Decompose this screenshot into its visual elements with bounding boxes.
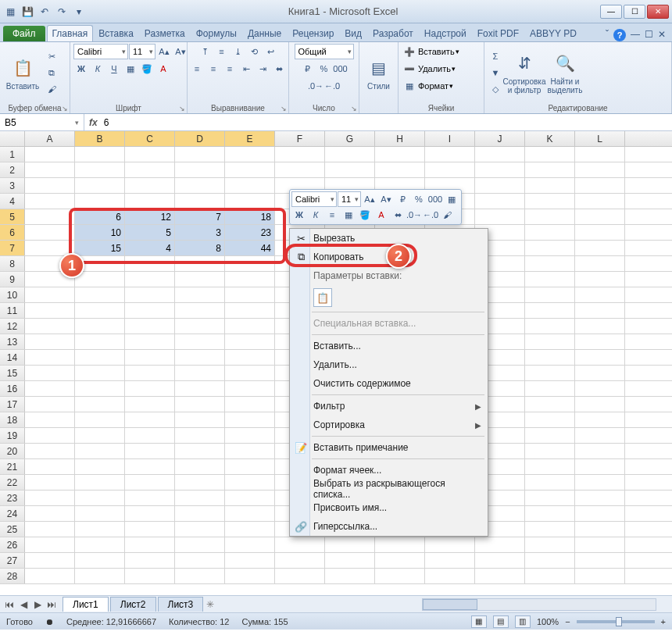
row-header[interactable]: 15 bbox=[0, 366, 25, 380]
row-header[interactable]: 14 bbox=[0, 350, 25, 365]
cell[interactable] bbox=[225, 491, 275, 505]
cell[interactable] bbox=[175, 147, 225, 162]
column-header[interactable]: A bbox=[25, 131, 75, 146]
fill-color-icon[interactable]: 🪣 bbox=[139, 61, 155, 77]
row-header[interactable]: 22 bbox=[0, 475, 25, 490]
view-layout-icon[interactable]: ▤ bbox=[493, 615, 509, 628]
cell[interactable] bbox=[125, 350, 175, 365]
cell[interactable] bbox=[25, 334, 75, 349]
row-header[interactable]: 2 bbox=[0, 162, 25, 177]
align-top-icon[interactable]: ⤒ bbox=[198, 44, 213, 59]
cell[interactable] bbox=[175, 381, 225, 396]
mini-align-icon[interactable]: ≡ bbox=[324, 207, 340, 223]
view-pagebreak-icon[interactable]: ▥ bbox=[515, 615, 531, 628]
cell[interactable] bbox=[525, 319, 575, 334]
column-header[interactable]: D bbox=[175, 131, 225, 146]
cell[interactable] bbox=[575, 178, 625, 193]
sheet-tab[interactable]: Лист2 bbox=[110, 597, 156, 612]
cell[interactable] bbox=[25, 350, 75, 365]
name-box[interactable]: B5▾ bbox=[0, 114, 84, 130]
cell[interactable] bbox=[575, 287, 625, 302]
mini-painter-icon[interactable]: 🖌 bbox=[439, 207, 455, 223]
row-header[interactable]: 17 bbox=[0, 397, 25, 412]
ribbon-tab[interactable]: Foxit PDF bbox=[472, 25, 524, 41]
cell[interactable] bbox=[225, 412, 275, 427]
cell[interactable] bbox=[175, 178, 225, 193]
find-select-button[interactable]: 🔍 Найти и выделить bbox=[545, 47, 584, 98]
cell[interactable] bbox=[175, 506, 225, 521]
cell[interactable] bbox=[75, 506, 125, 521]
cell[interactable] bbox=[25, 209, 75, 224]
cells-insert-button[interactable]: ➕Вставить▾ bbox=[402, 44, 459, 59]
fill-icon[interactable]: ▼ bbox=[488, 65, 503, 80]
align-middle-icon[interactable]: ≡ bbox=[214, 44, 230, 59]
cell[interactable] bbox=[575, 241, 625, 255]
cell[interactable] bbox=[575, 569, 625, 583]
cell[interactable] bbox=[25, 287, 75, 302]
ribbon-tab[interactable]: Формулы bbox=[191, 25, 242, 41]
redo-icon[interactable]: ↷ bbox=[55, 5, 69, 19]
cell[interactable] bbox=[25, 319, 75, 334]
mini-currency-icon[interactable]: ₽ bbox=[395, 191, 410, 207]
cell[interactable] bbox=[75, 272, 125, 287]
cell[interactable] bbox=[75, 287, 125, 302]
cell[interactable] bbox=[225, 350, 275, 365]
percent-icon[interactable]: % bbox=[316, 61, 332, 77]
mini-font-color-icon[interactable]: A bbox=[374, 207, 389, 223]
formula-input[interactable]: 6 bbox=[104, 117, 109, 128]
cell[interactable] bbox=[475, 537, 525, 552]
select-all-corner[interactable] bbox=[0, 131, 25, 146]
cell[interactable] bbox=[125, 272, 175, 287]
cell[interactable] bbox=[325, 147, 375, 162]
row-header[interactable]: 1 bbox=[0, 147, 25, 162]
cell[interactable] bbox=[25, 537, 75, 552]
cell[interactable] bbox=[125, 491, 175, 505]
cell[interactable] bbox=[75, 194, 125, 209]
ribbon-tab[interactable]: Вид bbox=[339, 25, 367, 41]
cell[interactable] bbox=[75, 475, 125, 490]
ribbon-tab[interactable]: Главная bbox=[47, 25, 94, 41]
column-header[interactable]: J bbox=[475, 131, 525, 146]
shrink-font-icon[interactable]: A▾ bbox=[173, 44, 188, 59]
row-header[interactable]: 27 bbox=[0, 553, 25, 568]
cell[interactable] bbox=[175, 256, 225, 271]
cell[interactable] bbox=[125, 194, 175, 209]
cell[interactable]: 44 bbox=[225, 241, 275, 255]
cell[interactable] bbox=[75, 444, 125, 458]
row-header[interactable]: 8 bbox=[0, 256, 25, 271]
ctx-comment[interactable]: 📝Вставить примечание bbox=[290, 438, 488, 457]
file-tab[interactable]: Файл bbox=[3, 26, 45, 41]
cell[interactable] bbox=[75, 412, 125, 427]
cell[interactable] bbox=[75, 553, 125, 568]
cell[interactable] bbox=[175, 334, 225, 349]
cell[interactable]: 3 bbox=[175, 225, 225, 240]
paste-button[interactable]: 📋 Вставить bbox=[3, 47, 42, 98]
column-header[interactable]: C bbox=[125, 131, 175, 146]
doc-restore-icon[interactable]: ☐ bbox=[645, 29, 653, 41]
qat-dropdown-icon[interactable]: ▾ bbox=[72, 5, 86, 19]
cell[interactable] bbox=[225, 366, 275, 380]
cell[interactable] bbox=[575, 397, 625, 412]
row-header[interactable]: 10 bbox=[0, 287, 25, 302]
cell[interactable] bbox=[225, 475, 275, 490]
cell[interactable] bbox=[225, 319, 275, 334]
cell[interactable] bbox=[575, 209, 625, 224]
view-normal-icon[interactable]: ▦ bbox=[471, 615, 487, 628]
cell[interactable] bbox=[525, 491, 575, 505]
cell[interactable] bbox=[575, 350, 625, 365]
cell[interactable] bbox=[225, 397, 275, 412]
cell[interactable] bbox=[425, 553, 475, 568]
row-header[interactable]: 13 bbox=[0, 334, 25, 349]
dialog-launcher-icon[interactable]: ↘ bbox=[62, 105, 68, 112]
column-header[interactable]: F bbox=[275, 131, 325, 146]
cell[interactable] bbox=[525, 381, 575, 396]
cell[interactable] bbox=[125, 303, 175, 318]
cell[interactable] bbox=[525, 241, 575, 255]
cell[interactable] bbox=[375, 162, 425, 177]
cell[interactable] bbox=[175, 491, 225, 505]
cell[interactable] bbox=[175, 428, 225, 443]
cell[interactable] bbox=[175, 553, 225, 568]
save-icon[interactable]: 💾 bbox=[20, 5, 34, 19]
ctx-hyperlink[interactable]: 🔗Гиперссылка... bbox=[290, 517, 488, 536]
cell[interactable] bbox=[75, 381, 125, 396]
